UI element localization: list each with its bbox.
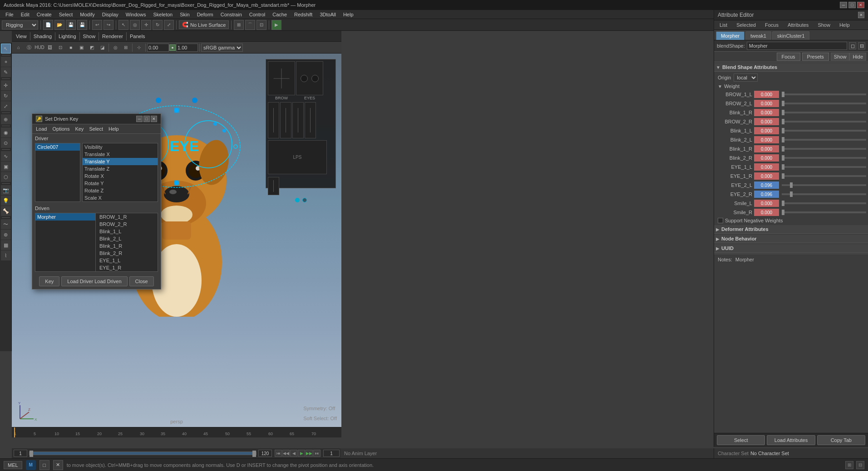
- eye2l-input[interactable]: [754, 182, 779, 189]
- blink1r2-slider[interactable]: [782, 148, 866, 150]
- sdk-driven-blink2r[interactable]: Blink_2_R: [98, 250, 158, 257]
- isolate-select-btn[interactable]: ◎: [110, 43, 120, 53]
- blink2l-input[interactable]: [754, 136, 779, 143]
- blink1r-input[interactable]: [754, 109, 779, 116]
- nhair-btn[interactable]: ⌇: [1, 250, 11, 260]
- display-mode-shadow[interactable]: ◪: [97, 43, 107, 53]
- new-scene-btn[interactable]: 📄: [43, 20, 53, 30]
- end-frame-input[interactable]: [258, 450, 272, 457]
- panels-menu[interactable]: Panels: [128, 33, 148, 39]
- attr-close-btn[interactable]: ✕: [858, 12, 864, 18]
- smiler-input[interactable]: [754, 209, 779, 216]
- eye2r-slider[interactable]: [782, 193, 866, 195]
- eye1l-input[interactable]: [754, 163, 779, 171]
- val1-input[interactable]: [147, 44, 169, 52]
- sdk-close[interactable]: ✕: [151, 116, 157, 122]
- weight-subsection-header[interactable]: ▼ Weight: [714, 83, 868, 90]
- select-tool[interactable]: ↖: [118, 20, 128, 30]
- snap-all-btn[interactable]: ⊹: [134, 43, 144, 53]
- menu-skin[interactable]: Skin: [176, 11, 193, 18]
- attr-tab-list[interactable]: List: [716, 21, 731, 29]
- smilel-input[interactable]: [754, 200, 779, 207]
- blink1r-slider[interactable]: [782, 112, 866, 113]
- attr-node-tab-morpher[interactable]: Morpher: [716, 31, 745, 40]
- lasso-tool[interactable]: ◎: [130, 20, 140, 30]
- attr-tab-selected[interactable]: Selected: [733, 21, 760, 29]
- blink1l-input[interactable]: [754, 127, 779, 134]
- bs-dot1[interactable]: [295, 198, 300, 202]
- attr-copy-tab-btn[interactable]: Copy Tab: [817, 435, 865, 445]
- soft-mod-btn[interactable]: ◉: [1, 128, 11, 137]
- maximize-button[interactable]: □: [848, 2, 856, 8]
- sdk-driven-node-morpher[interactable]: Morpher: [35, 213, 95, 221]
- attr-node-tab-skincluster1[interactable]: skinCluster1: [772, 31, 810, 40]
- eye1l-slider[interactable]: [782, 166, 866, 168]
- prev-frame-btn[interactable]: ◀: [290, 450, 297, 457]
- blend-shape-name-input[interactable]: [747, 42, 847, 50]
- image-plane-btn[interactable]: 🖼: [45, 43, 55, 53]
- sdk-win-controls[interactable]: ─ □ ✕: [136, 116, 157, 122]
- bs-nav-dots[interactable]: [266, 196, 335, 204]
- menu-file[interactable]: File: [2, 11, 17, 18]
- titlebar-controls[interactable]: ─ □ ✕: [840, 2, 864, 8]
- sdk-driven-blink2l[interactable]: Blink_2_L: [98, 235, 158, 242]
- attr-select-btn[interactable]: Select: [717, 435, 765, 445]
- blink2r-slider[interactable]: [782, 157, 866, 159]
- brow1l-input[interactable]: [754, 91, 779, 98]
- menu-deform[interactable]: Deform: [193, 11, 217, 18]
- current-frame-input[interactable]: [323, 450, 340, 457]
- redo-btn[interactable]: ↪: [104, 20, 113, 30]
- deformer-section-header[interactable]: ▶ Deformer Attributes: [714, 225, 868, 234]
- play-btn[interactable]: ▶: [298, 450, 305, 457]
- sdk-driver-attrs[interactable]: Visibility Translate X Translate Y Trans…: [82, 143, 158, 202]
- sdk-menu-select[interactable]: Select: [86, 125, 106, 132]
- menu-control[interactable]: Control: [246, 11, 269, 18]
- sdk-attr-tz[interactable]: Translate Z: [83, 165, 158, 172]
- menu-display[interactable]: Display: [99, 11, 122, 18]
- attr-node-tab-tweak1[interactable]: tweak1: [745, 31, 771, 40]
- show-menu[interactable]: Show: [81, 33, 98, 39]
- menu-create[interactable]: Create: [33, 11, 55, 18]
- play-all-btn[interactable]: ▶▶: [306, 450, 313, 457]
- snap-curve-btn[interactable]: ⌒: [245, 20, 255, 30]
- eye1r-input[interactable]: [754, 172, 779, 180]
- light-tool-btn[interactable]: 💡: [1, 196, 11, 206]
- menu-modify[interactable]: Modify: [76, 11, 98, 18]
- move-tool[interactable]: ✛: [141, 20, 151, 30]
- snap-grid-btn[interactable]: ⊞: [234, 20, 244, 30]
- display-mode-wire[interactable]: ⊡: [55, 43, 65, 53]
- node-behavior-section-header[interactable]: ▶ Node Behavior: [714, 235, 868, 243]
- sdk-attr-rx[interactable]: Rotate X: [83, 172, 158, 180]
- status-icon1[interactable]: □: [39, 460, 49, 470]
- sdk-driven-eye1r[interactable]: EYE_1_R: [98, 264, 158, 271]
- uuid-section-header[interactable]: ▶ UUID: [714, 244, 868, 253]
- lighting-menu[interactable]: Lighting: [56, 33, 79, 39]
- menu-windows[interactable]: Windows: [122, 11, 150, 18]
- attr-tab-show[interactable]: Show: [814, 21, 834, 29]
- view-menu[interactable]: View: [14, 33, 29, 39]
- brow2r-input[interactable]: [754, 118, 779, 125]
- display-mode-light[interactable]: ◩: [87, 43, 97, 53]
- attr-tab-focus[interactable]: Focus: [761, 21, 782, 29]
- menu-skeleton[interactable]: Skeleton: [149, 11, 176, 18]
- status-right-btn2[interactable]: ⊟: [856, 461, 864, 469]
- blink1r2-input[interactable]: [754, 145, 779, 152]
- sdk-driven-eye1l[interactable]: EYE_1_L: [98, 257, 158, 264]
- sdk-attr-visibility[interactable]: Visibility: [83, 143, 158, 151]
- show-manip-btn[interactable]: ⊕: [1, 114, 11, 124]
- poly-tool-btn[interactable]: ⬡: [1, 172, 11, 182]
- no-live-surface-btn[interactable]: 🧲 No Live Surface: [179, 20, 229, 29]
- scale-tool-btn[interactable]: ⤢: [1, 101, 11, 111]
- curve-tool-btn[interactable]: ∿: [1, 151, 11, 161]
- menu-select[interactable]: Select: [55, 11, 77, 18]
- status-icon2[interactable]: ✕: [53, 460, 63, 470]
- rotate-tool-btn[interactable]: ↻: [1, 91, 11, 101]
- sdk-load-driver-driven-button[interactable]: Load Driver Load Driven: [61, 276, 127, 286]
- show-btn[interactable]: Show: [831, 53, 850, 61]
- sdk-attr-rz[interactable]: Rotate Z: [83, 187, 158, 194]
- playhead[interactable]: [14, 427, 15, 437]
- eye2l-slider[interactable]: [782, 184, 866, 186]
- sdk-driver-node-circle007[interactable]: Circle007: [35, 143, 80, 151]
- bs-collapse-btn[interactable]: ⊟: [858, 42, 865, 49]
- attr-tab-help[interactable]: Help: [836, 21, 853, 29]
